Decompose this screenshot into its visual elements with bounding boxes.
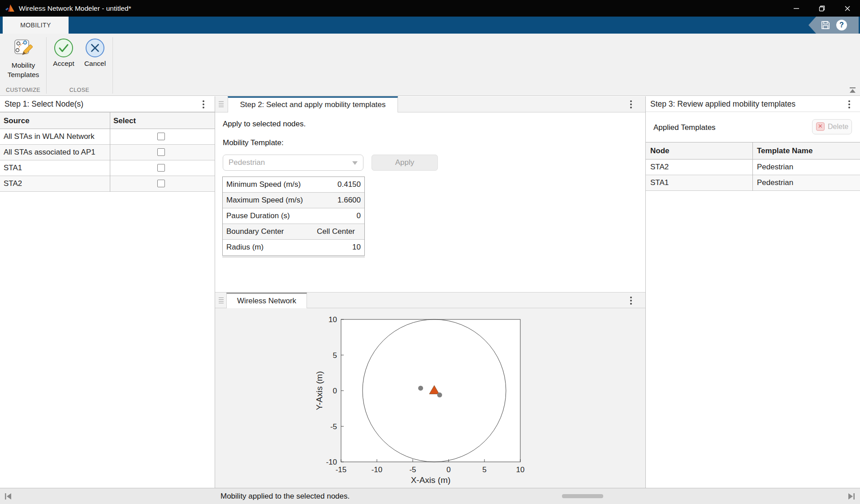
- column-header-select: Select: [113, 112, 136, 129]
- step1-table-header: SourceSelect: [0, 112, 215, 129]
- cancel-label: Cancel: [79, 59, 111, 68]
- column-header-node: Node: [650, 142, 670, 159]
- ribbon-tabstrip: MOBILITY ?: [0, 17, 860, 34]
- source-cell: All STAs associated to AP1: [4, 145, 95, 160]
- param-value: 0: [313, 208, 364, 224]
- step3-menu-icon[interactable]: [848, 100, 850, 102]
- column-divider: [752, 142, 753, 191]
- mobility-templates-label-line2: Templates: [1, 70, 46, 79]
- param-row: Pause Duration (s)0: [223, 208, 364, 224]
- step1-menu-icon[interactable]: [203, 100, 204, 102]
- cancel-button[interactable]: Cancel: [79, 36, 111, 68]
- cancel-x-icon: [85, 38, 105, 58]
- close-button[interactable]: [834, 0, 860, 17]
- group-label-customize: CUSTOMIZE: [0, 87, 46, 93]
- select-checkbox[interactable]: [157, 133, 165, 140]
- save-icon[interactable]: [820, 20, 831, 30]
- source-cell: STA1: [4, 160, 22, 176]
- svg-text:X-Axis (m): X-Axis (m): [411, 475, 451, 485]
- step2-tabbar: Step 2: Select and apply mobility templa…: [215, 96, 645, 112]
- mobility-template-label: Mobility Template:: [223, 138, 284, 147]
- titlebar: Wireless Network Modeler - untitled*: [0, 0, 860, 17]
- quick-access-toolbar: ?: [808, 17, 859, 34]
- network-plot: -15-10-50510-10-50510X-Axis (m)Y-Axis (m…: [215, 308, 645, 488]
- plot-tabbar: Wireless Network: [215, 293, 645, 309]
- app-window: Wireless Network Modeler - untitled* MOB…: [0, 0, 860, 504]
- source-cell: STA2: [4, 176, 22, 191]
- restore-button[interactable]: [809, 0, 834, 17]
- restore-icon: [818, 4, 826, 13]
- step1-header: Step 1: Select Node(s): [0, 96, 215, 112]
- select-checkbox[interactable]: [157, 148, 165, 156]
- table-row[interactable]: All STAs in WLAN Network: [0, 129, 215, 145]
- accept-button[interactable]: Accept: [48, 36, 79, 68]
- table-row[interactable]: STA2: [0, 176, 215, 192]
- skip-to-end-icon[interactable]: [847, 492, 856, 500]
- tab-mobility[interactable]: MOBILITY: [3, 17, 69, 34]
- ribbon-separator: [46, 37, 47, 94]
- param-name: Maximum Speed (m/s): [226, 193, 303, 208]
- window-title: Wireless Network Modeler - untitled*: [19, 0, 131, 17]
- table-row[interactable]: STA2Pedestrian: [646, 159, 860, 175]
- dropdown-value: Pedestrian: [229, 155, 265, 170]
- svg-text:-15: -15: [336, 465, 347, 474]
- drag-handle-icon[interactable]: [219, 101, 224, 107]
- delete-label: Delete: [828, 120, 848, 134]
- svg-text:-5: -5: [330, 422, 337, 431]
- step3-header: Step 3: Review applied mobility template…: [646, 96, 860, 112]
- step2-hint: Apply to selected nodes.: [223, 120, 306, 129]
- table-row[interactable]: STA1Pedestrian: [646, 175, 860, 191]
- tab-step2[interactable]: Step 2: Select and apply mobility templa…: [228, 96, 398, 112]
- drag-handle-icon[interactable]: [219, 297, 224, 303]
- ribbon: Mobility Templates Accept Cancel CUSTOMI…: [0, 34, 860, 96]
- param-value: 0.4150: [313, 177, 364, 192]
- template-params-table: Minimum Speed (m/s)0.4150Maximum Speed (…: [222, 177, 365, 256]
- select-checkbox[interactable]: [157, 164, 165, 172]
- svg-text:-10: -10: [326, 458, 337, 466]
- param-name: Pause Duration (s): [226, 208, 290, 224]
- step1-title: Step 1: Select Node(s): [4, 96, 83, 112]
- panel-step2: Step 2: Select and apply mobility templa…: [215, 96, 646, 488]
- template-name-cell: Pedestrian: [757, 159, 793, 175]
- svg-text:5: 5: [482, 465, 486, 474]
- horizontal-scrollbar[interactable]: [562, 494, 603, 498]
- param-row: Maximum Speed (m/s)1.6600: [223, 193, 364, 208]
- mobility-template-dropdown[interactable]: Pedestrian: [223, 155, 363, 171]
- step3-title: Step 3: Review applied mobility template…: [650, 96, 795, 112]
- status-message: Mobility applied to the selected nodes.: [220, 488, 350, 504]
- accept-label: Accept: [48, 59, 79, 68]
- matlab-logo-icon: [4, 3, 15, 14]
- plot-menu-icon[interactable]: [630, 297, 632, 298]
- params-table-baseline: [222, 257, 365, 257]
- skip-to-start-icon[interactable]: [4, 492, 12, 500]
- select-checkbox[interactable]: [157, 180, 165, 187]
- step2-menu-icon[interactable]: [630, 100, 632, 102]
- delete-button[interactable]: ✕ Delete: [812, 119, 852, 134]
- step3-table-header: NodeTemplate Name: [646, 142, 860, 159]
- source-cell: All STAs in WLAN Network: [4, 129, 95, 144]
- minimize-button[interactable]: [783, 0, 809, 17]
- tab-wireless-network[interactable]: Wireless Network: [226, 293, 307, 309]
- svg-text:Y-Axis (m): Y-Axis (m): [315, 371, 324, 410]
- svg-text:-5: -5: [409, 465, 416, 474]
- column-header-template-name: Template Name: [757, 142, 812, 159]
- param-name: Radius (m): [226, 240, 264, 255]
- node-cell: STA2: [650, 159, 669, 175]
- param-value: 10: [313, 240, 364, 255]
- workspace: Step 1: Select Node(s) SourceSelectAll S…: [0, 96, 860, 488]
- table-row[interactable]: All STAs associated to AP1: [0, 145, 215, 160]
- apply-button[interactable]: Apply: [372, 155, 438, 171]
- accept-check-icon: [54, 38, 73, 58]
- applied-templates-label: Applied Templates: [653, 123, 716, 132]
- svg-text:0: 0: [446, 465, 450, 474]
- collapse-ribbon-button[interactable]: [849, 87, 856, 93]
- statusbar: Mobility applied to the selected nodes.: [0, 488, 860, 504]
- mobility-templates-button[interactable]: Mobility Templates: [1, 36, 46, 79]
- mobility-templates-icon: [13, 38, 34, 60]
- help-icon[interactable]: ?: [836, 20, 847, 30]
- table-row[interactable]: STA1: [0, 160, 215, 176]
- param-row: Radius (m)10: [223, 240, 364, 255]
- mobility-templates-label-line1: Mobility: [1, 60, 46, 70]
- panel-step1: Step 1: Select Node(s) SourceSelectAll S…: [0, 96, 215, 488]
- node-cell: STA1: [650, 175, 669, 190]
